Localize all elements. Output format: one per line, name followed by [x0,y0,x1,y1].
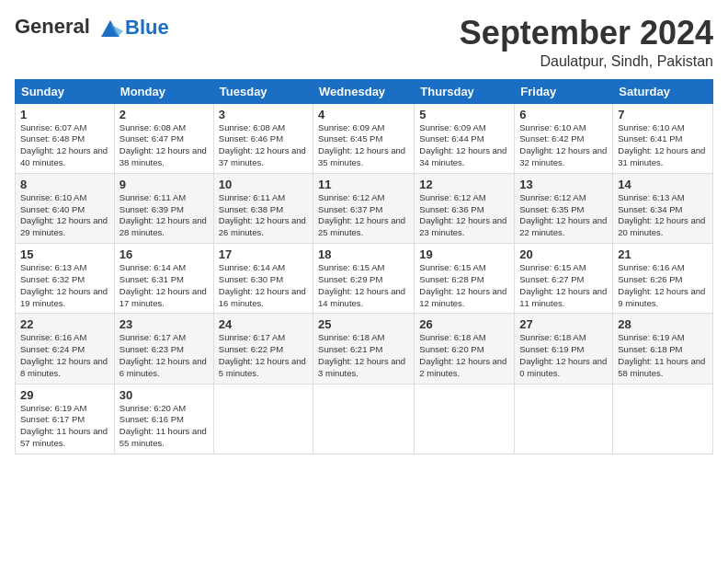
calendar-table: SundayMondayTuesdayWednesdayThursdayFrid… [15,79,713,454]
weekday-header-sunday: Sunday [16,79,115,103]
day-number: 9 [119,178,209,191]
calendar-cell [613,384,713,454]
day-number: 5 [419,108,509,121]
day-number: 22 [20,317,109,331]
calendar-cell: 17Sunrise: 6:14 AMSunset: 6:30 PMDayligh… [213,244,313,314]
calendar-cell: 8Sunrise: 6:10 AMSunset: 6:40 PMDaylight… [16,173,115,243]
day-info: Sunrise: 6:18 AMSunset: 6:21 PMDaylight:… [318,332,409,379]
calendar-cell: 16Sunrise: 6:14 AMSunset: 6:31 PMDayligh… [114,244,213,314]
day-number: 18 [318,247,409,261]
day-info: Sunrise: 6:13 AMSunset: 6:34 PMDaylight:… [618,192,708,239]
day-number: 3 [219,108,308,121]
weekday-header-monday: Monday [114,79,213,103]
calendar-cell: 29Sunrise: 6:19 AMSunset: 6:17 PMDayligh… [16,384,115,454]
day-number: 28 [618,317,708,331]
day-info: Sunrise: 6:19 AMSunset: 6:18 PMDaylight:… [618,332,708,379]
calendar-cell [313,384,415,454]
day-number: 7 [618,108,708,121]
day-number: 30 [119,388,209,402]
day-number: 12 [419,178,509,191]
day-number: 27 [519,317,608,331]
title-block: September 2024 Daulatpur, Sindh, Pakista… [460,15,713,70]
day-number: 29 [20,388,109,402]
day-info: Sunrise: 6:08 AMSunset: 6:46 PMDaylight:… [219,122,308,169]
day-info: Sunrise: 6:14 AMSunset: 6:30 PMDaylight:… [219,262,308,309]
weekday-header-wednesday: Wednesday [313,79,415,103]
day-info: Sunrise: 6:17 AMSunset: 6:22 PMDaylight:… [219,332,308,379]
day-info: Sunrise: 6:16 AMSunset: 6:26 PMDaylight:… [618,262,708,309]
day-info: Sunrise: 6:15 AMSunset: 6:29 PMDaylight:… [318,262,409,309]
day-info: Sunrise: 6:11 AMSunset: 6:39 PMDaylight:… [119,192,209,239]
calendar-cell: 7Sunrise: 6:10 AMSunset: 6:41 PMDaylight… [613,103,713,173]
logo-blue: Blue [125,17,169,39]
day-number: 15 [20,247,109,261]
day-info: Sunrise: 6:20 AMSunset: 6:16 PMDaylight:… [119,403,209,450]
calendar-week-5: 29Sunrise: 6:19 AMSunset: 6:17 PMDayligh… [16,384,713,454]
calendar-cell: 22Sunrise: 6:16 AMSunset: 6:24 PMDayligh… [16,314,115,384]
day-info: Sunrise: 6:12 AMSunset: 6:36 PMDaylight:… [419,192,509,239]
calendar-cell: 4Sunrise: 6:09 AMSunset: 6:45 PMDaylight… [313,103,415,173]
calendar-week-1: 1Sunrise: 6:07 AMSunset: 6:48 PMDaylight… [16,103,713,173]
calendar-cell: 3Sunrise: 6:08 AMSunset: 6:46 PMDaylight… [213,103,313,173]
calendar-cell: 19Sunrise: 6:15 AMSunset: 6:28 PMDayligh… [415,244,515,314]
day-number: 16 [119,247,209,261]
day-info: Sunrise: 6:10 AMSunset: 6:42 PMDaylight:… [519,122,608,169]
day-info: Sunrise: 6:09 AMSunset: 6:44 PMDaylight:… [419,122,509,169]
weekday-header-saturday: Saturday [613,79,713,103]
weekday-header-friday: Friday [515,79,613,103]
day-info: Sunrise: 6:10 AMSunset: 6:40 PMDaylight:… [20,192,109,239]
day-number: 10 [219,178,308,191]
day-number: 14 [618,178,708,191]
day-info: Sunrise: 6:12 AMSunset: 6:35 PMDaylight:… [519,192,608,239]
calendar-body: 1Sunrise: 6:07 AMSunset: 6:48 PMDaylight… [16,103,713,454]
day-number: 25 [318,317,409,331]
calendar-cell: 11Sunrise: 6:12 AMSunset: 6:37 PMDayligh… [313,173,415,243]
day-info: Sunrise: 6:09 AMSunset: 6:45 PMDaylight:… [318,122,409,169]
calendar-cell: 18Sunrise: 6:15 AMSunset: 6:29 PMDayligh… [313,244,415,314]
day-info: Sunrise: 6:12 AMSunset: 6:37 PMDaylight:… [318,192,409,239]
calendar-cell: 13Sunrise: 6:12 AMSunset: 6:35 PMDayligh… [515,173,613,243]
calendar-cell: 25Sunrise: 6:18 AMSunset: 6:21 PMDayligh… [313,314,415,384]
day-number: 4 [318,108,409,121]
day-info: Sunrise: 6:19 AMSunset: 6:17 PMDaylight:… [20,403,109,450]
day-number: 17 [219,247,308,261]
day-info: Sunrise: 6:11 AMSunset: 6:38 PMDaylight:… [219,192,308,239]
day-number: 8 [20,178,109,191]
calendar-cell [415,384,515,454]
calendar-cell: 20Sunrise: 6:15 AMSunset: 6:27 PMDayligh… [515,244,613,314]
day-number: 6 [519,108,608,121]
weekday-header-thursday: Thursday [415,79,515,103]
day-number: 2 [119,108,209,121]
calendar-cell: 21Sunrise: 6:16 AMSunset: 6:26 PMDayligh… [613,244,713,314]
weekday-header-row: SundayMondayTuesdayWednesdayThursdayFrid… [16,79,713,103]
calendar-cell: 5Sunrise: 6:09 AMSunset: 6:44 PMDaylight… [415,103,515,173]
month-title: September 2024 [460,15,713,52]
calendar-cell: 6Sunrise: 6:10 AMSunset: 6:42 PMDaylight… [515,103,613,173]
day-info: Sunrise: 6:18 AMSunset: 6:19 PMDaylight:… [519,332,608,379]
location-title: Daulatpur, Sindh, Pakistan [460,53,713,70]
day-info: Sunrise: 6:15 AMSunset: 6:27 PMDaylight:… [519,262,608,309]
day-number: 19 [419,247,509,261]
day-info: Sunrise: 6:10 AMSunset: 6:41 PMDaylight:… [618,122,708,169]
day-number: 11 [318,178,409,191]
day-info: Sunrise: 6:07 AMSunset: 6:48 PMDaylight:… [20,122,109,169]
weekday-header-tuesday: Tuesday [213,79,313,103]
calendar-cell: 14Sunrise: 6:13 AMSunset: 6:34 PMDayligh… [613,173,713,243]
calendar-cell: 1Sunrise: 6:07 AMSunset: 6:48 PMDaylight… [16,103,115,173]
day-number: 13 [519,178,608,191]
day-number: 24 [219,317,308,331]
calendar-cell: 12Sunrise: 6:12 AMSunset: 6:36 PMDayligh… [415,173,515,243]
day-info: Sunrise: 6:15 AMSunset: 6:28 PMDaylight:… [419,262,509,309]
calendar-cell: 23Sunrise: 6:17 AMSunset: 6:23 PMDayligh… [114,314,213,384]
calendar-cell: 15Sunrise: 6:13 AMSunset: 6:32 PMDayligh… [16,244,115,314]
calendar-cell [213,384,313,454]
calendar-cell: 26Sunrise: 6:18 AMSunset: 6:20 PMDayligh… [415,314,515,384]
calendar-cell: 28Sunrise: 6:19 AMSunset: 6:18 PMDayligh… [613,314,713,384]
calendar-week-4: 22Sunrise: 6:16 AMSunset: 6:24 PMDayligh… [16,314,713,384]
calendar-cell: 24Sunrise: 6:17 AMSunset: 6:22 PMDayligh… [213,314,313,384]
calendar-cell [515,384,613,454]
page: General Blue September 2024 Daulatpur, S… [0,0,728,462]
day-info: Sunrise: 6:08 AMSunset: 6:47 PMDaylight:… [119,122,209,169]
day-number: 1 [20,108,109,121]
logo-general: General [15,15,90,38]
